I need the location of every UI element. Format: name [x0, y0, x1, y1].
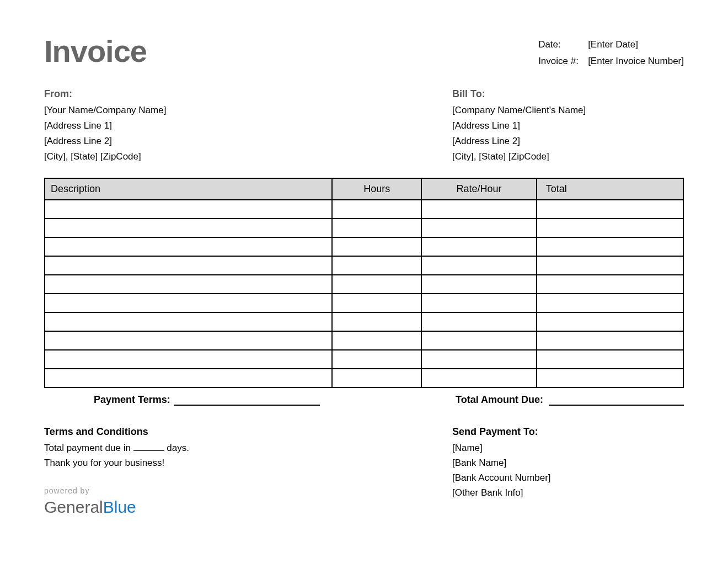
- cell-description[interactable]: [45, 350, 332, 369]
- send-payment-heading: Send Payment To:: [452, 424, 684, 439]
- bill-to-name-field[interactable]: [Company Name/Client's Name]: [452, 103, 684, 118]
- bill-to-address1-field[interactable]: [Address Line 1]: [452, 118, 684, 134]
- cell-total[interactable]: [537, 350, 683, 369]
- cell-rate[interactable]: [421, 219, 536, 237]
- cell-hours[interactable]: [332, 350, 421, 369]
- page-title: Invoice: [44, 33, 147, 69]
- other-bank-info-field[interactable]: [Other Bank Info]: [452, 485, 684, 500]
- table-row: [45, 350, 683, 369]
- cell-rate[interactable]: [421, 312, 536, 331]
- invoice-number-label: Invoice #:: [538, 53, 588, 70]
- cell-rate[interactable]: [421, 369, 536, 387]
- invoice-number-field[interactable]: [Enter Invoice Number]: [588, 53, 684, 70]
- cell-rate[interactable]: [421, 256, 536, 275]
- from-address1-field[interactable]: [Address Line 1]: [44, 118, 276, 134]
- cell-description[interactable]: [45, 312, 332, 331]
- cell-rate[interactable]: [421, 200, 536, 219]
- footer-row: Terms and Conditions Total payment due i…: [44, 424, 684, 516]
- cell-hours[interactable]: [332, 256, 421, 275]
- cell-hours[interactable]: [332, 294, 421, 312]
- payee-name-field[interactable]: [Name]: [452, 440, 684, 455]
- table-row: [45, 369, 683, 387]
- cell-total[interactable]: [537, 275, 683, 294]
- cell-description[interactable]: [45, 369, 332, 387]
- table-row: [45, 331, 683, 350]
- cell-description[interactable]: [45, 200, 332, 219]
- cell-description[interactable]: [45, 219, 332, 237]
- cell-hours[interactable]: [332, 237, 421, 256]
- cell-description[interactable]: [45, 331, 332, 350]
- totals-row: Payment Terms: Total Amount Due:: [44, 394, 684, 406]
- cell-total[interactable]: [537, 312, 683, 331]
- parties-row: From: [Your Name/Company Name] [Address …: [44, 86, 684, 164]
- table-row: [45, 256, 683, 275]
- cell-hours[interactable]: [332, 331, 421, 350]
- col-header-rate: Rate/Hour: [421, 178, 536, 200]
- cell-rate[interactable]: [421, 350, 536, 369]
- brand-block: powered by GeneralBlue: [44, 484, 353, 516]
- line-items-table: Description Hours Rate/Hour Total: [44, 178, 684, 388]
- cell-description[interactable]: [45, 256, 332, 275]
- terms-line-1a: Total payment due in: [44, 443, 131, 453]
- payment-terms-label: Payment Terms:: [94, 394, 170, 406]
- cell-total[interactable]: [537, 256, 683, 275]
- cell-total[interactable]: [537, 219, 683, 237]
- terms-heading: Terms and Conditions: [44, 424, 353, 439]
- days-field[interactable]: [133, 441, 164, 451]
- cell-total[interactable]: [537, 237, 683, 256]
- cell-hours[interactable]: [332, 369, 421, 387]
- cell-rate[interactable]: [421, 331, 536, 350]
- cell-total[interactable]: [537, 294, 683, 312]
- bill-to-heading: Bill To:: [452, 86, 684, 102]
- table-row: [45, 237, 683, 256]
- powered-by-label: powered by: [44, 484, 353, 498]
- bill-to-address2-field[interactable]: [Address Line 2]: [452, 134, 684, 149]
- col-header-total: Total: [537, 178, 683, 200]
- cell-hours[interactable]: [332, 312, 421, 331]
- cell-hours[interactable]: [332, 200, 421, 219]
- terms-line-2: Thank you for your business!: [44, 455, 353, 470]
- col-header-hours: Hours: [332, 178, 421, 200]
- bank-account-field[interactable]: [Bank Account Number]: [452, 470, 684, 485]
- date-field[interactable]: [Enter Date]: [588, 36, 638, 53]
- cell-rate[interactable]: [421, 237, 536, 256]
- terms-line-1b: days.: [167, 443, 189, 453]
- header-row: Invoice Date: [Enter Date] Invoice #: [E…: [44, 33, 684, 70]
- date-label: Date:: [538, 36, 588, 53]
- brand-logo: GeneralBlue: [44, 498, 353, 516]
- cell-description[interactable]: [45, 237, 332, 256]
- cell-total[interactable]: [537, 331, 683, 350]
- bill-to-city-field[interactable]: [City], [State] [ZipCode]: [452, 149, 684, 164]
- col-header-description: Description: [45, 178, 332, 200]
- cell-description[interactable]: [45, 294, 332, 312]
- cell-description[interactable]: [45, 275, 332, 294]
- invoice-page: Invoice Date: [Enter Date] Invoice #: [E…: [0, 0, 728, 538]
- terms-line-1: Total payment due in days.: [44, 440, 353, 455]
- brand-text-blue: Blue: [103, 498, 136, 516]
- cell-rate[interactable]: [421, 275, 536, 294]
- cell-total[interactable]: [537, 200, 683, 219]
- from-name-field[interactable]: [Your Name/Company Name]: [44, 103, 276, 118]
- meta-invoice-row: Invoice #: [Enter Invoice Number]: [538, 53, 684, 70]
- table-row: [45, 200, 683, 219]
- invoice-meta: Date: [Enter Date] Invoice #: [Enter Inv…: [538, 36, 684, 70]
- total-amount-due-field[interactable]: [549, 394, 684, 406]
- cell-total[interactable]: [537, 369, 683, 387]
- table-row: [45, 312, 683, 331]
- bill-to-block: Bill To: [Company Name/Client's Name] [A…: [452, 86, 684, 164]
- from-city-field[interactable]: [City], [State] [ZipCode]: [44, 149, 276, 164]
- payment-terms-field[interactable]: [174, 394, 320, 406]
- bank-name-field[interactable]: [Bank Name]: [452, 455, 684, 470]
- table-row: [45, 219, 683, 237]
- from-address2-field[interactable]: [Address Line 2]: [44, 134, 276, 149]
- cell-rate[interactable]: [421, 294, 536, 312]
- send-payment-block: Send Payment To: [Name] [Bank Name] [Ban…: [452, 424, 684, 516]
- table-row: [45, 294, 683, 312]
- meta-date-row: Date: [Enter Date]: [538, 36, 684, 53]
- from-heading: From:: [44, 86, 276, 102]
- terms-block: Terms and Conditions Total payment due i…: [44, 424, 353, 516]
- from-block: From: [Your Name/Company Name] [Address …: [44, 86, 276, 164]
- cell-hours[interactable]: [332, 219, 421, 237]
- cell-hours[interactable]: [332, 275, 421, 294]
- payment-terms-block: Payment Terms:: [94, 394, 320, 406]
